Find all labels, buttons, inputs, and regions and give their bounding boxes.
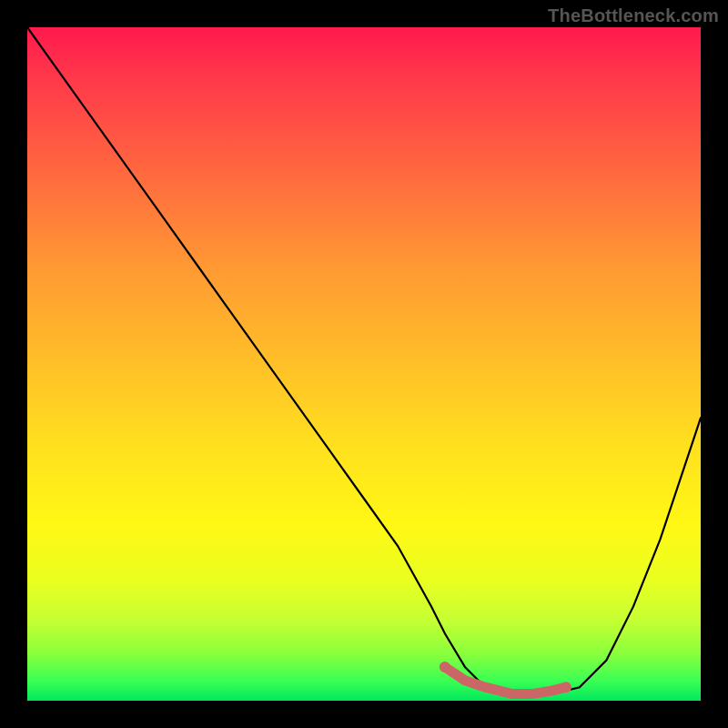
optimal-range-end-dot [561,682,571,693]
chart-frame: TheBottleneck.com [0,0,728,728]
optimal-range-start-dot [440,662,450,672]
plot-area [27,27,701,701]
bottleneck-curve [27,27,701,694]
optimal-range-highlight [445,667,566,694]
watermark-label: TheBottleneck.com [548,5,719,26]
curve-svg [27,27,701,701]
